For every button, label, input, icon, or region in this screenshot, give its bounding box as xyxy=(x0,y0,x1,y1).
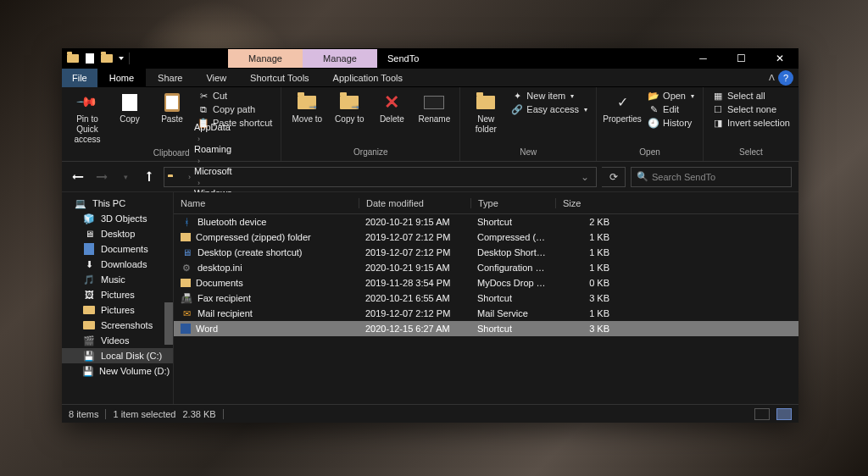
tab-application-tools[interactable]: Application Tools xyxy=(321,69,415,87)
back-button[interactable]: 🠔 xyxy=(69,168,87,186)
recent-dropdown[interactable]: ▾ xyxy=(116,168,135,186)
folder-icon[interactable] xyxy=(101,53,113,64)
file-type: Shortcut xyxy=(470,217,555,227)
minimize-button[interactable]: ─ xyxy=(684,48,722,69)
chevron-icon[interactable]: › xyxy=(194,179,203,187)
label: Pin to Quick access xyxy=(69,114,106,145)
file-date: 2019-12-07 2:12 PM xyxy=(359,247,470,257)
view-icons-button[interactable] xyxy=(776,408,792,420)
rename-button[interactable]: Rename xyxy=(414,89,454,128)
edit-button[interactable]: ✎Edit xyxy=(644,102,698,116)
sidebar-item[interactable]: Screenshots xyxy=(62,318,173,333)
sidebar-item[interactable]: Documents xyxy=(62,241,173,257)
breadcrumb-segment[interactable]: AppData xyxy=(194,122,232,132)
open-button[interactable]: 📂Open▾ xyxy=(644,89,698,102)
sidebar-item[interactable]: 🖥Desktop xyxy=(62,226,173,241)
properties-button[interactable]: ✓Properties xyxy=(602,89,643,128)
folder-icon xyxy=(82,304,96,316)
new-item-button[interactable]: ✦New item▾ xyxy=(508,89,591,102)
separator xyxy=(223,409,224,419)
file-row[interactable]: ✉Mail recipient2019-12-07 2:12 PMMail Se… xyxy=(174,306,798,321)
file-row[interactable]: 🖥Desktop (create shortcut)2019-12-07 2:1… xyxy=(174,245,798,260)
maximize-button[interactable]: ☐ xyxy=(722,48,760,69)
tab-file[interactable]: File xyxy=(62,69,97,87)
help-button[interactable]: ? xyxy=(778,70,793,86)
invert-selection-button[interactable]: ◨Invert selection xyxy=(709,116,793,130)
file-date: 2020-10-21 9:15 AM xyxy=(359,263,470,273)
easy-access-button[interactable]: 🔗Easy access▾ xyxy=(508,102,591,116)
chevron-icon[interactable]: › xyxy=(185,173,194,181)
sidebar-item-label: Pictures xyxy=(101,305,135,315)
sidebar-item[interactable]: Pictures xyxy=(62,302,173,318)
tab-shortcut-tools[interactable]: Shortcut Tools xyxy=(238,69,321,87)
select-all-button[interactable]: ▦Select all xyxy=(709,89,793,102)
sidebar-item[interactable]: 💻This PC xyxy=(62,196,173,211)
chevron-icon[interactable]: › xyxy=(194,157,203,165)
search-input[interactable]: 🔍 Search SendTo xyxy=(631,167,792,187)
context-tab-manage-2[interactable]: Manage xyxy=(303,49,377,68)
breadcrumb-bar[interactable]: › AppData›Roaming›Microsoft›Windows›Send… xyxy=(164,167,597,187)
close-button[interactable]: ✕ xyxy=(760,48,798,69)
sidebar-item[interactable]: 💾Local Disk (C:) xyxy=(62,348,173,363)
folder-icon[interactable] xyxy=(67,53,79,64)
collapse-ribbon-icon[interactable]: ᐱ xyxy=(769,73,775,82)
paste-button[interactable]: Paste xyxy=(152,89,192,128)
sidebar-item[interactable]: 🎵Music xyxy=(62,272,173,287)
label: History xyxy=(663,118,692,128)
tab-view[interactable]: View xyxy=(194,69,238,87)
sidebar-item[interactable]: 🧊3D Objects xyxy=(62,211,173,226)
word-icon xyxy=(181,324,191,334)
file-name: desktop.ini xyxy=(198,263,242,273)
select-none-button[interactable]: ☐Select none xyxy=(709,102,793,116)
forward-button[interactable]: 🠖 xyxy=(92,168,111,186)
file-type: Desktop Shortcut xyxy=(470,247,555,257)
sidebar-item[interactable]: ⬇Downloads xyxy=(62,257,173,272)
context-tab-manage-1[interactable]: Manage xyxy=(228,49,303,68)
column-size[interactable]: Size xyxy=(555,198,616,208)
column-date[interactable]: Date modified xyxy=(359,198,470,208)
cut-button[interactable]: ✂Cut xyxy=(194,89,275,102)
file-row[interactable]: Word2020-12-15 6:27 AMShortcut3 KB xyxy=(174,321,798,336)
sidebar-item[interactable]: 🎬Videos xyxy=(62,333,173,348)
label: Move to xyxy=(292,114,323,125)
sidebar-item[interactable]: 🖼Pictures xyxy=(62,287,173,302)
titlebar[interactable]: Manage Manage SendTo ─ ☐ ✕ xyxy=(62,48,798,69)
tab-home[interactable]: Home xyxy=(97,69,146,87)
qat-dropdown-icon[interactable] xyxy=(119,57,124,60)
column-name[interactable]: Name xyxy=(174,198,359,208)
tab-share[interactable]: Share xyxy=(146,69,194,87)
navigation-pane[interactable]: 💻This PC🧊3D Objects🖥DesktopDocuments⬇Dow… xyxy=(62,192,174,404)
document-icon[interactable] xyxy=(84,53,96,64)
file-row[interactable]: Documents2019-11-28 3:54 PMMyDocs Drop T… xyxy=(174,275,798,291)
copy-path-button[interactable]: ⧉Copy path xyxy=(194,102,275,116)
file-row[interactable]: Compressed (zipped) folder2019-12-07 2:1… xyxy=(174,230,798,245)
label: Invert selection xyxy=(727,118,790,128)
label: Delete xyxy=(380,114,404,125)
breadcrumb-segment[interactable]: Roaming xyxy=(194,144,232,154)
desk-icon: 🖥 xyxy=(82,228,96,240)
file-list[interactable]: Name Date modified Type Size ᚼBluetooth … xyxy=(174,192,798,404)
column-type[interactable]: Type xyxy=(470,198,555,208)
history-button[interactable]: 🕘History xyxy=(644,116,698,130)
chevron-icon[interactable]: › xyxy=(194,135,203,143)
view-details-button[interactable] xyxy=(754,408,770,420)
sidebar-item[interactable]: 💾New Volume (D:) xyxy=(62,363,173,379)
copy-button[interactable]: Copy xyxy=(109,89,150,128)
file-row[interactable]: ᚼBluetooth device2020-10-21 9:15 AMShort… xyxy=(174,214,798,230)
new-folder-button[interactable]: New folder xyxy=(465,89,506,138)
bt-icon: ᚼ xyxy=(181,216,192,228)
pin-quick-access-button[interactable]: 📌Pin to Quick access xyxy=(67,89,108,148)
move-to-button[interactable]: →Move to xyxy=(287,89,327,128)
file-row[interactable]: 📠Fax recipient2020-10-21 6:55 AMShortcut… xyxy=(174,291,798,306)
group-label: New xyxy=(520,147,537,161)
address-dropdown-icon[interactable]: ⌄ xyxy=(577,171,593,183)
refresh-button[interactable]: ⟳ xyxy=(602,167,626,187)
delete-button[interactable]: ✕Delete xyxy=(371,89,412,128)
fax-icon: 📠 xyxy=(181,292,192,304)
up-button[interactable]: 🠕 xyxy=(140,168,159,186)
scrollbar-thumb[interactable] xyxy=(164,302,173,345)
breadcrumb-segment[interactable]: Microsoft xyxy=(194,166,232,176)
sidebar-item-label: This PC xyxy=(92,198,125,208)
copy-to-button[interactable]: →Copy to xyxy=(329,89,370,128)
file-row[interactable]: ⚙desktop.ini2020-10-21 9:15 AMConfigurat… xyxy=(174,260,798,275)
